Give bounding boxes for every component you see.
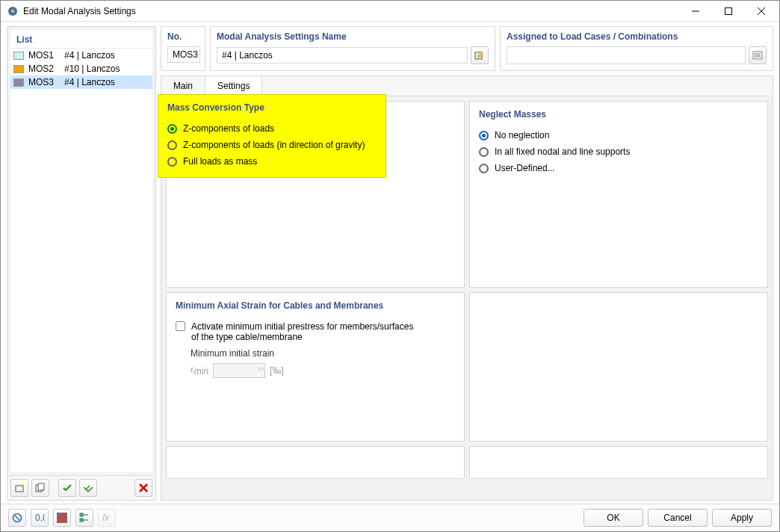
- app-icon: [7, 5, 19, 17]
- radio-label: Z-components of loads: [183, 123, 274, 134]
- svg-rect-7: [36, 485, 42, 492]
- svg-rect-11: [475, 52, 482, 59]
- neglect-masses-group: Neglect Masses No neglection In all fixe…: [469, 101, 768, 288]
- tab-main[interactable]: Main: [161, 76, 205, 96]
- check-all-button[interactable]: [79, 479, 97, 497]
- svg-text:0,00: 0,00: [35, 513, 45, 523]
- color-button[interactable]: [53, 509, 71, 527]
- number-box: No. MOS3: [161, 26, 205, 71]
- radio-label: In all fixed nodal and line supports: [495, 146, 630, 157]
- radio-icon: [479, 131, 489, 140]
- list-item-id: MOS3: [28, 77, 60, 87]
- list-item-id: MOS1: [28, 50, 60, 61]
- empty-group-2: [166, 446, 465, 479]
- list-item-name: #4 | Lanczos: [64, 50, 115, 61]
- radio-icon: [167, 140, 177, 150]
- radio-icon: [167, 124, 177, 134]
- checkbox-label: Activate minimum initial prestress for m…: [191, 321, 415, 342]
- ok-button[interactable]: OK: [584, 509, 643, 527]
- min-strain-label: Minimum initial strain: [191, 348, 455, 359]
- color-swatch: [13, 52, 24, 60]
- min-strain-title: Minimum Axial Strain for Cables and Memb…: [176, 300, 455, 311]
- radio-label: Z-components of loads (in direction of g…: [183, 140, 365, 150]
- radio-z-components[interactable]: Z-components of loads: [167, 120, 377, 137]
- name-label: Modal Analysis Settings Name: [211, 27, 495, 43]
- mass-conversion-title: Mass Conversion Type: [167, 102, 377, 113]
- svg-point-1: [11, 9, 15, 13]
- check-item-button[interactable]: [58, 479, 76, 497]
- list-panel: List MOS1 #4 | Lanczos MOS2 #10 | Lanczo…: [7, 26, 156, 501]
- svg-line-9: [140, 484, 147, 492]
- radio-icon: [167, 157, 177, 167]
- list-toolbar: [7, 475, 155, 500]
- function-button[interactable]: fx: [98, 509, 116, 527]
- svg-line-10: [140, 484, 147, 492]
- neglect-title: Neglect Masses: [479, 109, 758, 120]
- apply-button[interactable]: Apply: [712, 509, 772, 527]
- radio-label: Full loads as mass: [183, 156, 257, 167]
- color-swatch: [13, 65, 24, 73]
- activate-prestress-row[interactable]: Activate minimum initial prestress for m…: [176, 318, 455, 345]
- number-value[interactable]: MOS3: [167, 46, 200, 63]
- radio-label: User-Defined...: [495, 163, 555, 173]
- tabs-container: Main Settings Mass Conversion Type Z-com…: [161, 75, 773, 501]
- svg-rect-8: [38, 483, 44, 490]
- list-header: List: [10, 30, 152, 49]
- svg-line-17: [15, 516, 19, 520]
- settings-name-input[interactable]: #4 | Lanczos: [217, 47, 468, 64]
- min-strain-spinner[interactable]: [213, 363, 265, 378]
- units-button[interactable]: 0,00: [31, 509, 49, 527]
- bottom-toolbar: 0,00 fx OK Cancel Apply: [1, 504, 779, 531]
- titlebar: Edit Modal Analysis Settings: [1, 1, 779, 22]
- min-strain-group: Minimum Axial Strain for Cables and Memb…: [166, 292, 465, 442]
- close-button[interactable]: [745, 1, 778, 22]
- new-item-button[interactable]: [10, 479, 28, 497]
- empty-group-3: [469, 446, 768, 479]
- assigned-label: Assigned to Load Cases / Combinations: [501, 27, 773, 43]
- copy-item-button[interactable]: [31, 479, 49, 497]
- list-item-name: #10 | Lanczos: [64, 64, 120, 74]
- number-label: No.: [161, 27, 205, 43]
- window-title: Edit Modal Analysis Settings: [23, 6, 679, 16]
- delete-item-button[interactable]: [134, 479, 152, 497]
- list-item[interactable]: MOS1 #4 | Lanczos: [10, 49, 152, 62]
- svg-rect-12: [753, 52, 762, 59]
- radio-label: No neglection: [495, 130, 549, 140]
- radio-no-neglection[interactable]: No neglection: [479, 127, 758, 143]
- svg-rect-20: [80, 519, 83, 522]
- minimize-button[interactable]: [679, 1, 712, 22]
- empty-group-1: [469, 292, 768, 442]
- assigned-input[interactable]: [507, 46, 746, 64]
- radio-icon: [479, 147, 489, 157]
- assigned-details-icon[interactable]: [749, 46, 767, 64]
- epsilon-symbol: εmin: [191, 364, 208, 377]
- svg-rect-6: [16, 486, 23, 492]
- help-button[interactable]: [8, 509, 26, 527]
- maximize-button[interactable]: [712, 1, 745, 22]
- color-swatch: [13, 78, 24, 87]
- min-strain-unit: [‰]: [270, 365, 284, 376]
- name-box: Modal Analysis Settings Name #4 | Lanczo…: [210, 26, 495, 71]
- tab-settings[interactable]: Settings: [205, 76, 262, 96]
- radio-icon: [479, 164, 489, 173]
- list-item[interactable]: MOS3 #4 | Lanczos: [10, 75, 152, 89]
- svg-rect-3: [725, 7, 732, 14]
- rename-icon[interactable]: [471, 46, 489, 64]
- list-item[interactable]: MOS2 #10 | Lanczos: [10, 62, 152, 75]
- cancel-button[interactable]: Cancel: [648, 509, 708, 527]
- list-item-id: MOS2: [28, 64, 60, 74]
- radio-user-defined[interactable]: User-Defined...: [479, 160, 758, 176]
- radio-all-fixed[interactable]: In all fixed nodal and line supports: [479, 143, 758, 160]
- checkbox-icon: [176, 321, 185, 331]
- svg-text:fx: fx: [102, 513, 110, 523]
- mass-conversion-group: Mass Conversion Type Z-components of loa…: [166, 101, 465, 288]
- radio-z-components-gravity[interactable]: Z-components of loads (in direction of g…: [167, 137, 377, 153]
- radio-full-loads[interactable]: Full loads as mass: [167, 153, 377, 170]
- svg-point-16: [13, 514, 22, 522]
- list-item-name: #4 | Lanczos: [64, 77, 115, 87]
- assigned-box: Assigned to Load Cases / Combinations: [500, 26, 773, 71]
- svg-rect-19: [80, 513, 83, 516]
- tree-button[interactable]: [75, 509, 93, 527]
